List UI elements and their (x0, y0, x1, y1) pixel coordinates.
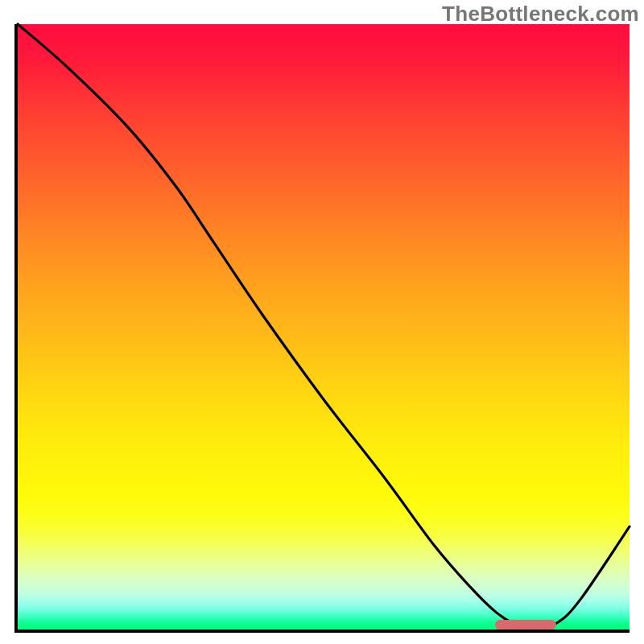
x-axis (18, 630, 630, 633)
watermark-text: TheBottleneck.com (442, 2, 639, 27)
chart-container: TheBottleneck.com (0, 0, 644, 644)
bottleneck-curve (18, 24, 630, 630)
optimal-range-marker (495, 620, 556, 630)
y-axis (14, 24, 18, 633)
curve-svg (18, 24, 630, 630)
